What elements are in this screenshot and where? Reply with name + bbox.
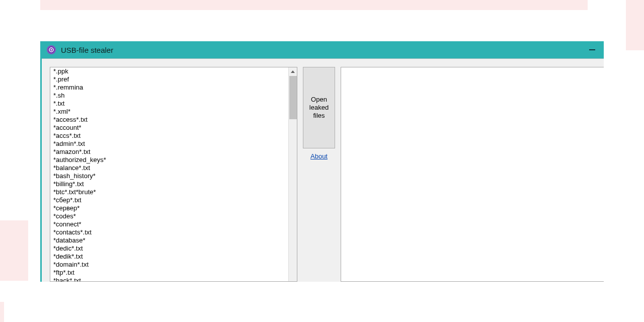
app-icon (47, 45, 56, 54)
scroll-up-button[interactable] (289, 67, 297, 76)
pattern-list-content: *.ppk*.pref*.remmina*.sh*.txt*.xml**acce… (53, 67, 288, 281)
list-item[interactable]: *bash_history* (53, 172, 288, 180)
list-item[interactable]: *btc*.txt*brute* (53, 188, 288, 196)
list-item[interactable]: *dedic*.txt (53, 245, 288, 253)
list-item[interactable]: *hack*.txt (53, 277, 288, 281)
scroll-thumb[interactable] (289, 76, 297, 119)
list-item[interactable]: *ftp*.txt (53, 269, 288, 277)
list-item[interactable]: *accs*.txt (53, 132, 288, 140)
about-link[interactable]: About (310, 152, 328, 160)
list-item[interactable]: *сбер*.txt (53, 196, 288, 204)
center-column: Open leaked files About (302, 67, 336, 282)
app-window: USB-file stealer *.ppk*.pref*.remmina*.s… (40, 41, 604, 282)
list-item[interactable]: *.txt (53, 100, 288, 108)
open-leaked-files-button[interactable]: Open leaked files (303, 67, 335, 148)
client-area: *.ppk*.pref*.remmina*.sh*.txt*.xml**acce… (42, 58, 604, 282)
output-panel[interactable] (341, 67, 604, 282)
list-item[interactable]: *balance*.txt (53, 164, 288, 172)
list-item[interactable]: *access*.txt (53, 116, 288, 124)
list-item[interactable]: *.pref (53, 75, 288, 84)
list-item[interactable]: *.ppk (53, 67, 288, 75)
scrollbar[interactable] (288, 67, 297, 281)
background-decoration (626, 0, 644, 50)
svg-point-1 (51, 49, 52, 51)
list-item[interactable]: *database* (53, 236, 288, 245)
titlebar[interactable]: USB-file stealer (42, 41, 604, 58)
list-item[interactable]: *dedik*.txt (53, 253, 288, 261)
list-item[interactable]: *codes* (53, 212, 288, 220)
list-item[interactable]: *authorized_keys* (53, 156, 288, 164)
list-item[interactable]: *billing*.txt (53, 180, 288, 188)
list-item[interactable]: *connect* (53, 220, 288, 228)
minimize-button[interactable] (584, 41, 601, 58)
list-item[interactable]: *.xml* (53, 108, 288, 116)
list-item[interactable]: *contacts*.txt (53, 228, 288, 236)
background-decoration (0, 302, 4, 322)
background-decoration (40, 0, 588, 10)
background-decoration (0, 220, 28, 281)
list-item[interactable]: *.remmina (53, 84, 288, 92)
minimize-icon (589, 49, 595, 50)
pattern-listbox[interactable]: *.ppk*.pref*.remmina*.sh*.txt*.xml**acce… (50, 67, 297, 282)
list-item[interactable]: *admin*.txt (53, 140, 288, 148)
list-item[interactable]: *amazon*.txt (53, 148, 288, 156)
list-item[interactable]: *сервер* (53, 204, 288, 212)
list-item[interactable]: *account* (53, 124, 288, 132)
list-item[interactable]: *domain*.txt (53, 261, 288, 269)
list-item[interactable]: *.sh (53, 92, 288, 100)
window-title: USB-file stealer (61, 46, 113, 54)
